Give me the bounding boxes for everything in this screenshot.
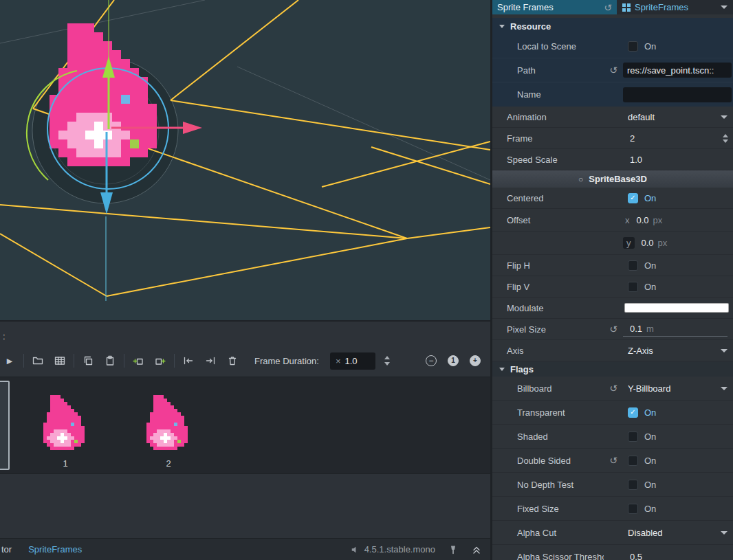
version-label: 4.5.1.stable.mono (364, 544, 435, 555)
axis-x-arrow-icon[interactable] (111, 122, 202, 134)
zoom-out-button[interactable]: − (426, 355, 437, 366)
delete-frame-button[interactable] (224, 352, 241, 369)
frame-duration-input[interactable]: × 1.0 (330, 352, 375, 370)
property-label: Modulate (492, 303, 604, 313)
frame-duration-prefix: × (336, 356, 341, 366)
toolbar-separator (74, 354, 74, 368)
resource-section-title: Resource (510, 21, 551, 32)
property-row-alpha-scissor-threshold: Alpha Scissor Threshol 0.5 (492, 545, 733, 560)
modulate-color-swatch[interactable] (624, 303, 729, 313)
name-input[interactable] (623, 87, 732, 102)
transparent-checkbox[interactable]: ✓ (628, 407, 638, 418)
category-spritebase3d: ○ SpriteBase3D (492, 170, 733, 188)
edited-resource-button[interactable]: Sprite Frames ↺ (492, 0, 617, 14)
flip-h-checkbox[interactable] (628, 260, 638, 271)
property-row-centered: Centered ✓ On (492, 188, 733, 209)
checkbox-label: On (644, 432, 656, 442)
move-frame-left-button[interactable] (180, 352, 197, 369)
flags-section-title: Flags (510, 364, 534, 374)
alpha-cut-dropdown[interactable]: Disabled (623, 528, 733, 538)
check-icon: ✓ (630, 409, 635, 416)
revert-icon[interactable]: ↺ (609, 65, 617, 75)
property-label: Offset (492, 215, 604, 225)
checkbox-label: On (644, 504, 656, 514)
bottom-tab-partial[interactable]: tor (1, 544, 12, 555)
pixel-size-field[interactable]: 0.1 m (623, 322, 727, 337)
property-row-flip-h: Flip H On (492, 255, 733, 276)
checkbox-label: On (644, 260, 656, 271)
axis-dropdown[interactable]: Z-Axis (623, 346, 733, 356)
property-row-shaded: Shaded On (492, 425, 733, 449)
centered-checkbox[interactable]: ✓ (628, 193, 638, 203)
frame-tile-1[interactable]: 1 (17, 381, 113, 470)
frame-tile-2[interactable]: 2 (120, 381, 217, 470)
resource-picker-label: SpriteFrames (635, 2, 688, 12)
revert-icon[interactable]: ↺ (609, 383, 617, 393)
animation-dropdown[interactable]: default (623, 112, 733, 122)
frame-tile-selected[interactable] (0, 381, 10, 470)
zoom-reset-button[interactable]: 1 (448, 355, 459, 366)
frames-list: 1 2 (0, 377, 490, 474)
offset-x-badge: x (625, 215, 630, 225)
flip-v-checkbox[interactable] (628, 282, 638, 292)
pin-bottom-panel-button[interactable] (448, 544, 459, 555)
toolbar-separator (124, 354, 124, 368)
frame-value[interactable]: 2 (630, 133, 635, 144)
offset-x-value[interactable]: 0.0 (637, 215, 649, 225)
expand-bottom-panel-button[interactable] (471, 544, 482, 555)
no-depth-test-checkbox[interactable] (628, 480, 638, 490)
speed-scale-value[interactable]: 1.0 (630, 155, 642, 165)
revert-icon[interactable]: ↺ (609, 324, 617, 334)
local-to-scene-checkbox[interactable] (628, 41, 638, 52)
bottom-tab-spriteframes[interactable]: SpriteFrames (28, 544, 82, 555)
checkbox-label: On (644, 282, 656, 292)
insert-frame-after-button[interactable] (152, 352, 168, 369)
spinner-down-icon (723, 139, 728, 143)
property-label: Fixed Size (492, 504, 604, 514)
paste-icon (105, 355, 116, 366)
resource-picker-dropdown[interactable]: SpriteFrames (617, 0, 733, 14)
expand-panel-icon (471, 544, 482, 555)
add-frames-from-sheet-button[interactable] (52, 352, 68, 369)
chevron-down-icon (721, 349, 727, 352)
property-row-double-sided: Double Sided ↺ On (492, 449, 733, 473)
property-label: Pixel Size (492, 324, 604, 335)
add-frame-from-file-button[interactable] (30, 352, 46, 369)
offset-y-value[interactable]: 0.0 (642, 238, 654, 248)
godot-editor-window: : ▶ (0, 0, 733, 560)
flags-section-header[interactable]: Flags (492, 361, 733, 377)
offset-unit: px (653, 215, 663, 225)
toolbar-separator (23, 354, 24, 368)
frame-duration-spinner[interactable] (384, 356, 390, 366)
fixed-size-checkbox[interactable] (628, 504, 638, 514)
spinner-down-icon (384, 362, 390, 366)
axis-y-arrow-icon[interactable] (102, 0, 115, 129)
insert-frame-before-button[interactable] (130, 352, 146, 369)
paste-frame-button[interactable] (102, 352, 118, 369)
resource-section-header[interactable]: Resource (492, 18, 733, 34)
property-label: Flip V (492, 282, 604, 292)
copy-frame-button[interactable] (80, 352, 96, 369)
path-input[interactable]: res://save_point.tscn:: (623, 63, 732, 78)
axis-z-arrow-icon[interactable] (100, 132, 113, 301)
frame-spinner[interactable] (723, 134, 728, 143)
toolbar-separator (174, 354, 175, 368)
property-label: Alpha Cut (492, 528, 604, 538)
play-button[interactable]: ▶ (1, 352, 18, 369)
double-sided-checkbox[interactable] (628, 456, 638, 466)
checkbox-label: On (644, 456, 656, 466)
property-row-alpha-cut: Alpha Cut Disabled (492, 521, 733, 545)
revert-icon[interactable]: ↺ (604, 3, 612, 12)
billboard-dropdown[interactable]: Y-Billboard (623, 383, 733, 394)
shaded-checkbox[interactable] (628, 432, 638, 442)
3d-viewport[interactable] (0, 0, 490, 322)
rotation-arc-icon[interactable] (27, 71, 77, 180)
copy-icon (83, 355, 94, 366)
property-label: Alpha Scissor Threshol (492, 552, 604, 560)
zoom-in-button[interactable]: + (470, 355, 481, 366)
revert-icon[interactable]: ↺ (609, 456, 617, 465)
property-row-offset-x: Offset x 0.0 px (492, 209, 733, 232)
property-label: Speed Scale (492, 155, 604, 165)
alpha-scissor-value[interactable]: 0.5 (630, 552, 642, 560)
move-frame-right-button[interactable] (202, 352, 219, 369)
